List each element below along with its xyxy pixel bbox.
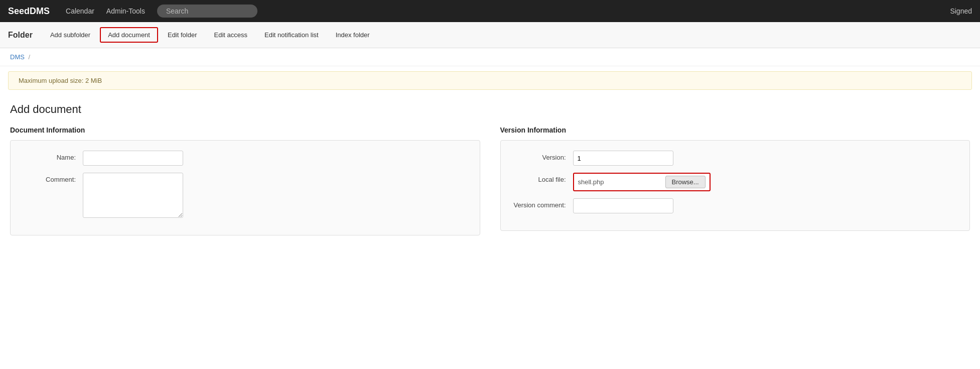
breadcrumb-dms-link[interactable]: DMS	[10, 53, 25, 61]
version-info-card: Version: Local file: Browse... Version c…	[500, 140, 970, 231]
edit-notification-button[interactable]: Edit notification list	[257, 28, 326, 42]
browse-button[interactable]: Browse...	[665, 176, 706, 188]
comment-textarea[interactable]	[83, 173, 183, 218]
file-text-input[interactable]	[578, 178, 662, 186]
doc-info-card: Name: Comment:	[10, 140, 480, 235]
signed-status: Signed	[950, 7, 972, 15]
search-input[interactable]	[157, 5, 257, 18]
app-brand: SeedDMS	[8, 6, 50, 17]
folder-label: Folder	[8, 31, 33, 40]
breadcrumb-separator: /	[29, 53, 31, 61]
version-info-title: Version Information	[500, 126, 970, 134]
version-input[interactable]	[573, 151, 673, 166]
info-banner-text: Maximum upload size: 2 MiB	[19, 77, 102, 84]
folder-toolbar: Folder Add subfolder Add document Edit f…	[0, 22, 980, 48]
name-label: Name:	[23, 151, 83, 161]
main-content: Document Information Name: Comment: Vers…	[0, 121, 980, 240]
local-file-row: Local file: Browse...	[513, 173, 958, 191]
add-subfolder-button[interactable]: Add subfolder	[43, 28, 98, 42]
page-title: Add document	[0, 95, 980, 121]
doc-info-title: Document Information	[10, 126, 480, 134]
breadcrumb: DMS /	[0, 48, 980, 66]
edit-access-button[interactable]: Edit access	[207, 28, 255, 42]
document-information-section: Document Information Name: Comment:	[10, 126, 480, 235]
version-comment-row: Version comment:	[513, 198, 958, 213]
top-navigation: SeedDMS Calendar Admin-Tools Signed	[0, 0, 980, 22]
local-file-label: Local file:	[513, 173, 573, 183]
index-folder-button[interactable]: Index folder	[328, 28, 377, 42]
nav-calendar[interactable]: Calendar	[66, 7, 94, 15]
version-comment-label: Version comment:	[513, 198, 573, 209]
comment-label: Comment:	[23, 173, 83, 183]
version-comment-input[interactable]	[573, 198, 673, 213]
version-information-section: Version Information Version: Local file:…	[500, 126, 970, 231]
file-input-container: Browse...	[573, 173, 711, 191]
version-field-row: Version:	[513, 151, 958, 166]
comment-field-row: Comment:	[23, 173, 468, 218]
add-document-button[interactable]: Add document	[100, 27, 158, 43]
version-label: Version:	[513, 151, 573, 161]
edit-folder-button[interactable]: Edit folder	[160, 28, 205, 42]
name-field-row: Name:	[23, 151, 468, 166]
info-banner: Maximum upload size: 2 MiB	[8, 71, 972, 90]
name-input[interactable]	[83, 151, 183, 166]
nav-admin-tools[interactable]: Admin-Tools	[106, 7, 145, 15]
